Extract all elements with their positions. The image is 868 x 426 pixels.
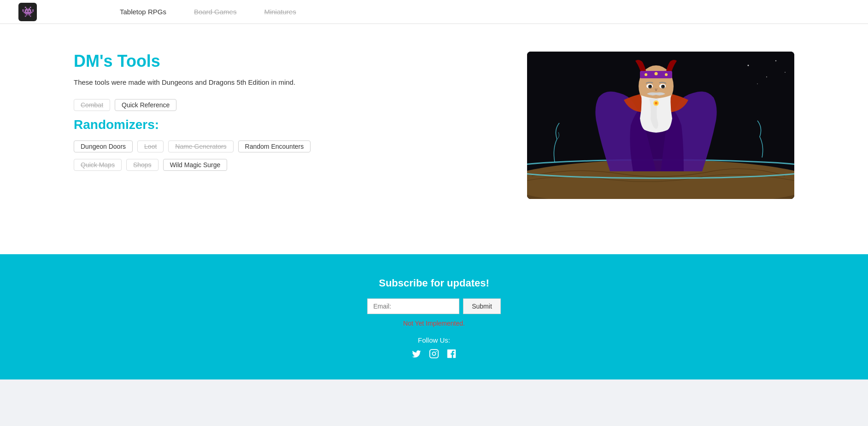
- footer: Subscribe for updates! Submit Not Yet Im…: [0, 254, 868, 379]
- submit-button[interactable]: Submit: [463, 298, 501, 314]
- email-input[interactable]: [367, 298, 459, 314]
- svg-point-4: [785, 72, 786, 73]
- site-logo[interactable]: 👾: [18, 3, 37, 21]
- svg-point-13: [655, 72, 658, 76]
- svg-point-25: [436, 351, 437, 352]
- tag-dungeon-doors[interactable]: Dungeon Doors: [74, 140, 133, 152]
- subscribe-row: Submit: [9, 298, 859, 314]
- facebook-icon[interactable]: [446, 349, 457, 361]
- hero-image: [527, 52, 794, 199]
- svg-point-5: [757, 83, 758, 84]
- svg-point-14: [665, 73, 668, 76]
- svg-point-1: [748, 65, 749, 66]
- tag-random-encounters[interactable]: Random Encounters: [238, 140, 311, 152]
- not-implemented-text: Not Yet Implemented.: [9, 320, 859, 327]
- randomizer-tags-row-1: Dungeon Doors Loot Name Generators Rando…: [74, 140, 499, 152]
- logo-icon: 👾: [22, 6, 34, 18]
- svg-point-24: [432, 352, 435, 355]
- instagram-icon[interactable]: [429, 349, 439, 361]
- left-column: DM's Tools These tools were made with Du…: [74, 52, 499, 217]
- tag-name-generators[interactable]: Name Generators: [168, 140, 233, 152]
- svg-rect-23: [430, 350, 438, 358]
- svg-point-22: [655, 102, 657, 105]
- tag-wild-magic-surge[interactable]: Wild Magic Surge: [163, 159, 228, 171]
- nav-links: Tabletop RPGs Board Games Miniatures: [120, 8, 296, 16]
- svg-point-12: [645, 73, 647, 76]
- svg-point-3: [775, 60, 776, 61]
- social-icons-row: [9, 349, 859, 361]
- tag-shops[interactable]: Shops: [126, 159, 158, 171]
- svg-point-2: [766, 76, 767, 77]
- main-content: DM's Tools These tools were made with Du…: [0, 24, 868, 254]
- tag-quick-maps[interactable]: Quick Maps: [74, 159, 122, 171]
- nav-miniatures[interactable]: Miniatures: [264, 8, 296, 16]
- tag-loot[interactable]: Loot: [137, 140, 164, 152]
- right-column: [527, 52, 794, 217]
- twitter-icon[interactable]: [411, 349, 422, 361]
- randomizers-title: Randomizers:: [74, 117, 499, 132]
- navbar: 👾 Tabletop RPGs Board Games Miniatures: [0, 0, 868, 24]
- subtitle-text: These tools were made with Dungeons and …: [74, 78, 499, 86]
- svg-point-20: [663, 85, 664, 87]
- nav-tabletop-rpgs[interactable]: Tabletop RPGs: [120, 8, 166, 16]
- tag-quick-reference[interactable]: Quick Reference: [115, 99, 176, 111]
- page-title: DM's Tools: [74, 52, 499, 71]
- hero-svg: [527, 52, 794, 199]
- nav-board-games[interactable]: Board Games: [194, 8, 237, 16]
- randomizer-tags-row-2: Quick Maps Shops Wild Magic Surge: [74, 159, 499, 171]
- quick-tags-row: Combat Quick Reference: [74, 99, 499, 111]
- tag-combat[interactable]: Combat: [74, 99, 110, 111]
- follow-us-label: Follow Us:: [9, 336, 859, 344]
- subscribe-title: Subscribe for updates!: [9, 277, 859, 289]
- svg-point-19: [650, 85, 651, 87]
